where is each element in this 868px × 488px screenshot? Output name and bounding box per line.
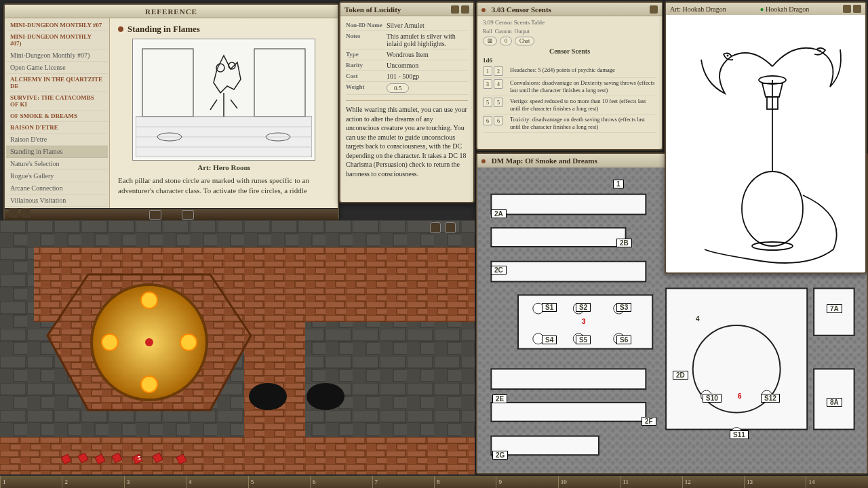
sidebar-item[interactable]: Villainous Visitation [6, 195, 108, 207]
link-icon[interactable] [9, 208, 18, 218]
die-value: 3 [483, 79, 492, 89]
ruler-tick: 12 [682, 476, 744, 488]
map-label: S12 [761, 394, 780, 403]
reference-footer [5, 208, 338, 220]
map-label: 2G [492, 451, 508, 460]
svg-rect-24 [491, 262, 646, 282]
sidebar-item[interactable]: RAISON D'ETRE [6, 122, 108, 134]
roll-button[interactable]: ⚅ [483, 37, 497, 45]
map-marker: 3 [579, 318, 589, 325]
die-value: 5 [483, 98, 492, 107]
map-label: S6 [616, 336, 631, 344]
sidebar-item[interactable]: Standing in Flames [6, 146, 108, 158]
reference-content[interactable]: Standing in Flames Art: [110, 18, 338, 208]
map-label: 1 [613, 180, 624, 188]
close-icon[interactable] [650, 5, 658, 14]
sidebar-item[interactable]: Arcane Connection [6, 182, 108, 195]
sidebar-item[interactable]: Open Game License [6, 62, 108, 74]
svg-text:5: 5 [138, 455, 141, 462]
svg-point-11 [742, 171, 803, 246]
ruler-tick: 5 [248, 476, 310, 488]
battle-map[interactable]: 5 [0, 220, 475, 474]
bullet-icon [481, 8, 486, 12]
svg-point-16 [819, 50, 821, 52]
svg-rect-22 [491, 195, 646, 215]
lock-icon[interactable] [451, 5, 459, 14]
svg-rect-23 [491, 228, 625, 247]
svg-rect-63 [0, 437, 475, 474]
custom-field[interactable]: 0 [500, 37, 512, 45]
ruler-tick: 6 [310, 476, 372, 488]
content-title: Standing in Flames [118, 24, 330, 35]
ruler-tick: 14 [806, 476, 867, 488]
sidebar-item[interactable]: Raison D'etre [6, 134, 108, 146]
sidebar-item[interactable]: OF SMOKE & DREAMS [6, 110, 108, 122]
ruler-tick: 11 [620, 476, 682, 488]
svg-point-60 [145, 338, 153, 346]
die-value: 1 [483, 66, 492, 76]
map-label: 2E [492, 394, 507, 403]
hookah-art [666, 15, 865, 274]
art-caption: Art: Hero Room [118, 163, 330, 171]
reference-sidebar[interactable]: MINI-DUNGEON MONTHLY #07MINI-DUNGEON MON… [5, 18, 110, 208]
sidebar-item[interactable]: Mini-Dungeon Monthly #07) [6, 49, 108, 62]
ruler-tick: 10 [558, 476, 620, 488]
scroll-icon[interactable] [21, 208, 31, 218]
ruler-tick: 9 [496, 476, 557, 488]
prev-button[interactable] [149, 210, 161, 220]
die-value: 5 [494, 98, 503, 107]
map-label: S11 [730, 430, 749, 439]
svg-point-57 [102, 334, 118, 350]
censor-panel: 3.03 Censor Scents 3.09 Censor Scents Ta… [476, 1, 663, 150]
censor-header[interactable]: 3.03 Censor Scents [477, 3, 662, 16]
art-panel: Art: Hookah Dragon ● Hookah Dragon [665, 1, 867, 274]
reference-panel: REFERENCE MINI-DUNGEON MONTHLY #07MINI-D… [3, 3, 339, 220]
sidebar-item[interactable]: MINI-DUNGEON MONTHLY #07) [6, 31, 108, 49]
hero-art [132, 39, 315, 161]
sidebar-item[interactable]: ALCHEMY IN THE QUARTZITE DE [6, 74, 108, 92]
svg-point-56 [141, 292, 157, 308]
map-marker: 4 [693, 315, 703, 323]
token-header[interactable]: Token of Lucidity [340, 3, 473, 16]
ruler-tick: 4 [186, 476, 248, 488]
reference-header: REFERENCE [5, 5, 338, 18]
svg-rect-27 [491, 403, 646, 422]
share-icon[interactable] [843, 5, 851, 13]
token-description: While wearing this amulet, you can use y… [346, 100, 468, 178]
sidebar-item[interactable]: Rogue's Gallery [6, 170, 108, 182]
token-panel: Token of Lucidity Non-ID NameSilver Amul… [339, 1, 475, 203]
sidebar-item[interactable]: MINI-DUNGEON MONTHLY #07 [6, 20, 108, 31]
art-header[interactable]: Art: Hookah Dragon ● Hookah Dragon [666, 3, 865, 15]
bullet-icon [481, 159, 486, 163]
map-label: 2B [616, 239, 632, 247]
ruler-tick: 3 [124, 476, 186, 488]
sidebar-item[interactable]: SURVIVE: THE CATACOMBS OF KI [6, 92, 108, 110]
settings-icon[interactable] [445, 222, 456, 233]
svg-point-62 [307, 383, 344, 410]
output-chat-button[interactable]: Chat [515, 37, 534, 45]
map-label: 2C [491, 266, 507, 274]
token-row: Non-ID NameSilver Amulet [346, 20, 468, 31]
svg-point-59 [141, 376, 157, 392]
table-row: 34Convulsions: disadvantage on Dexterity… [483, 78, 656, 96]
next-button[interactable] [182, 210, 194, 220]
token-row: Cost101 - 500gp [346, 71, 468, 82]
map-label: S10 [703, 394, 722, 403]
die-value: 6 [494, 116, 503, 125]
svg-point-58 [180, 334, 197, 350]
sidebar-item[interactable]: Nature's Selection [6, 158, 108, 170]
svg-point-15 [727, 55, 729, 57]
close-icon[interactable] [461, 5, 469, 14]
close-icon[interactable] [853, 5, 861, 13]
layers-icon[interactable] [430, 222, 441, 233]
token-row: NotesThis amulet is silver with inlaid g… [346, 31, 468, 49]
ruler-tick: 7 [372, 476, 434, 488]
ruler-tick: 8 [434, 476, 496, 488]
ruler-tick: 2 [62, 476, 123, 488]
token-body: Non-ID NameSilver AmuletNotesThis amulet… [340, 16, 473, 182]
map-label: S3 [616, 303, 631, 312]
content-body: Each pillar and stone circle are marked … [118, 176, 330, 197]
map-label: 7A [827, 304, 842, 313]
table-row: 12Headaches: 5 (2d4) points of psychic d… [483, 65, 656, 78]
map-label: 2A [491, 209, 507, 218]
